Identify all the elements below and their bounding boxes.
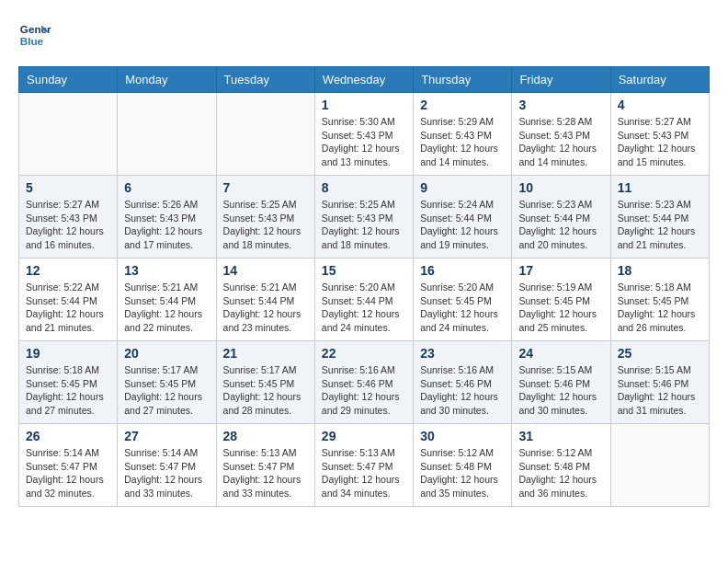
day-number: 26 — [26, 429, 110, 443]
calendar-cell: 30Sunrise: 5:12 AM Sunset: 5:48 PM Dayli… — [414, 424, 512, 507]
day-info: Sunrise: 5:12 AM Sunset: 5:48 PM Dayligh… — [420, 446, 505, 500]
day-number: 2 — [420, 98, 505, 112]
day-number: 28 — [223, 429, 308, 443]
col-header-tuesday: Tuesday — [216, 67, 314, 93]
day-number: 17 — [518, 263, 603, 278]
calendar-cell: 3Sunrise: 5:28 AM Sunset: 5:43 PM Daylig… — [512, 93, 610, 176]
day-number: 27 — [124, 429, 209, 443]
day-info: Sunrise: 5:12 AM Sunset: 5:48 PM Dayligh… — [518, 446, 603, 500]
day-number: 31 — [518, 429, 603, 443]
calendar-week-row: 19Sunrise: 5:18 AM Sunset: 5:45 PM Dayli… — [19, 341, 710, 424]
calendar-cell: 28Sunrise: 5:13 AM Sunset: 5:47 PM Dayli… — [216, 424, 314, 507]
day-info: Sunrise: 5:14 AM Sunset: 5:47 PM Dayligh… — [124, 446, 209, 500]
day-info: Sunrise: 5:30 AM Sunset: 5:43 PM Dayligh… — [322, 115, 406, 169]
day-number: 7 — [223, 180, 308, 195]
calendar-header-row: SundayMondayTuesdayWednesdayThursdayFrid… — [19, 67, 710, 93]
calendar-cell: 17Sunrise: 5:19 AM Sunset: 5:45 PM Dayli… — [512, 259, 610, 341]
svg-text:Blue: Blue — [20, 35, 44, 47]
day-info: Sunrise: 5:15 AM Sunset: 5:46 PM Dayligh… — [518, 363, 603, 418]
day-info: Sunrise: 5:15 AM Sunset: 5:46 PM Dayligh… — [618, 363, 702, 418]
calendar-cell: 15Sunrise: 5:20 AM Sunset: 5:44 PM Dayli… — [314, 259, 413, 341]
day-info: Sunrise: 5:27 AM Sunset: 5:43 PM Dayligh… — [26, 198, 110, 252]
day-info: Sunrise: 5:25 AM Sunset: 5:43 PM Dayligh… — [322, 198, 406, 252]
calendar-cell: 12Sunrise: 5:22 AM Sunset: 5:44 PM Dayli… — [19, 259, 118, 341]
day-info: Sunrise: 5:21 AM Sunset: 5:44 PM Dayligh… — [223, 281, 308, 335]
calendar-cell: 4Sunrise: 5:27 AM Sunset: 5:43 PM Daylig… — [610, 93, 709, 176]
calendar-cell: 24Sunrise: 5:15 AM Sunset: 5:46 PM Dayli… — [512, 341, 610, 424]
calendar-cell: 5Sunrise: 5:27 AM Sunset: 5:43 PM Daylig… — [19, 176, 118, 259]
day-info: Sunrise: 5:23 AM Sunset: 5:44 PM Dayligh… — [518, 198, 603, 252]
calendar-cell: 7Sunrise: 5:25 AM Sunset: 5:43 PM Daylig… — [216, 176, 314, 259]
calendar-cell: 16Sunrise: 5:20 AM Sunset: 5:45 PM Dayli… — [414, 259, 512, 341]
day-number: 3 — [518, 98, 603, 112]
day-number: 24 — [518, 346, 603, 361]
col-header-sunday: Sunday — [19, 67, 118, 93]
calendar-cell: 29Sunrise: 5:13 AM Sunset: 5:47 PM Dayli… — [314, 424, 413, 507]
day-info: Sunrise: 5:16 AM Sunset: 5:46 PM Dayligh… — [420, 363, 505, 418]
day-info: Sunrise: 5:19 AM Sunset: 5:45 PM Dayligh… — [518, 281, 603, 335]
calendar-cell: 8Sunrise: 5:25 AM Sunset: 5:43 PM Daylig… — [314, 176, 413, 259]
calendar-cell: 6Sunrise: 5:26 AM Sunset: 5:43 PM Daylig… — [118, 176, 216, 259]
calendar-cell: 13Sunrise: 5:21 AM Sunset: 5:44 PM Dayli… — [118, 259, 216, 341]
calendar-cell: 9Sunrise: 5:24 AM Sunset: 5:44 PM Daylig… — [414, 176, 512, 259]
calendar-cell: 26Sunrise: 5:14 AM Sunset: 5:47 PM Dayli… — [19, 424, 118, 507]
day-number: 19 — [26, 346, 110, 361]
calendar-cell: 25Sunrise: 5:15 AM Sunset: 5:46 PM Dayli… — [610, 341, 709, 424]
day-info: Sunrise: 5:14 AM Sunset: 5:47 PM Dayligh… — [26, 446, 110, 500]
day-number: 8 — [322, 180, 406, 195]
calendar-week-row: 5Sunrise: 5:27 AM Sunset: 5:43 PM Daylig… — [19, 176, 710, 259]
calendar-cell: 19Sunrise: 5:18 AM Sunset: 5:45 PM Dayli… — [19, 341, 118, 424]
day-info: Sunrise: 5:16 AM Sunset: 5:46 PM Dayligh… — [322, 363, 406, 418]
calendar-cell: 23Sunrise: 5:16 AM Sunset: 5:46 PM Dayli… — [414, 341, 512, 424]
day-info: Sunrise: 5:24 AM Sunset: 5:44 PM Dayligh… — [420, 198, 505, 252]
calendar-week-row: 26Sunrise: 5:14 AM Sunset: 5:47 PM Dayli… — [19, 424, 710, 507]
day-number: 13 — [124, 263, 209, 278]
calendar-cell — [19, 93, 118, 176]
svg-text:General: General — [20, 23, 51, 35]
day-info: Sunrise: 5:18 AM Sunset: 5:45 PM Dayligh… — [618, 281, 702, 335]
calendar-cell: 14Sunrise: 5:21 AM Sunset: 5:44 PM Dayli… — [216, 259, 314, 341]
day-number: 16 — [420, 263, 505, 278]
day-number: 6 — [124, 180, 209, 195]
calendar-cell: 18Sunrise: 5:18 AM Sunset: 5:45 PM Dayli… — [610, 259, 709, 341]
day-number: 14 — [223, 263, 308, 278]
day-info: Sunrise: 5:17 AM Sunset: 5:45 PM Dayligh… — [223, 363, 308, 418]
calendar-cell: 1Sunrise: 5:30 AM Sunset: 5:43 PM Daylig… — [314, 93, 413, 176]
calendar-cell: 21Sunrise: 5:17 AM Sunset: 5:45 PM Dayli… — [216, 341, 314, 424]
day-info: Sunrise: 5:29 AM Sunset: 5:43 PM Dayligh… — [420, 115, 505, 169]
day-number: 21 — [223, 346, 308, 361]
day-info: Sunrise: 5:22 AM Sunset: 5:44 PM Dayligh… — [26, 281, 110, 335]
day-info: Sunrise: 5:17 AM Sunset: 5:45 PM Dayligh… — [124, 363, 209, 418]
day-number: 11 — [618, 180, 702, 195]
logo-icon: General Blue — [18, 18, 51, 52]
calendar-cell: 11Sunrise: 5:23 AM Sunset: 5:44 PM Dayli… — [610, 176, 709, 259]
day-number: 15 — [322, 263, 406, 278]
calendar-cell — [216, 93, 314, 176]
calendar-cell: 20Sunrise: 5:17 AM Sunset: 5:45 PM Dayli… — [118, 341, 216, 424]
day-number: 29 — [322, 429, 406, 443]
day-number: 12 — [26, 263, 110, 278]
calendar-cell: 27Sunrise: 5:14 AM Sunset: 5:47 PM Dayli… — [118, 424, 216, 507]
day-info: Sunrise: 5:21 AM Sunset: 5:44 PM Dayligh… — [124, 281, 209, 335]
day-info: Sunrise: 5:23 AM Sunset: 5:44 PM Dayligh… — [618, 198, 702, 252]
calendar-cell — [610, 424, 709, 507]
calendar-cell: 2Sunrise: 5:29 AM Sunset: 5:43 PM Daylig… — [414, 93, 512, 176]
day-info: Sunrise: 5:25 AM Sunset: 5:43 PM Dayligh… — [223, 198, 308, 252]
day-number: 1 — [322, 98, 406, 112]
calendar-cell — [118, 93, 216, 176]
calendar-cell: 22Sunrise: 5:16 AM Sunset: 5:46 PM Dayli… — [314, 341, 413, 424]
day-number: 5 — [26, 180, 110, 195]
col-header-thursday: Thursday — [414, 67, 512, 93]
calendar-cell: 10Sunrise: 5:23 AM Sunset: 5:44 PM Dayli… — [512, 176, 610, 259]
day-info: Sunrise: 5:27 AM Sunset: 5:43 PM Dayligh… — [618, 115, 702, 169]
day-number: 4 — [618, 98, 702, 112]
logo: General Blue — [18, 18, 51, 52]
col-header-saturday: Saturday — [610, 67, 709, 93]
calendar-week-row: 12Sunrise: 5:22 AM Sunset: 5:44 PM Dayli… — [19, 259, 710, 341]
calendar-table: SundayMondayTuesdayWednesdayThursdayFrid… — [18, 66, 710, 507]
col-header-monday: Monday — [118, 67, 216, 93]
day-number: 25 — [618, 346, 702, 361]
day-info: Sunrise: 5:20 AM Sunset: 5:44 PM Dayligh… — [322, 281, 406, 335]
day-info: Sunrise: 5:18 AM Sunset: 5:45 PM Dayligh… — [26, 363, 110, 418]
calendar-cell: 31Sunrise: 5:12 AM Sunset: 5:48 PM Dayli… — [512, 424, 610, 507]
